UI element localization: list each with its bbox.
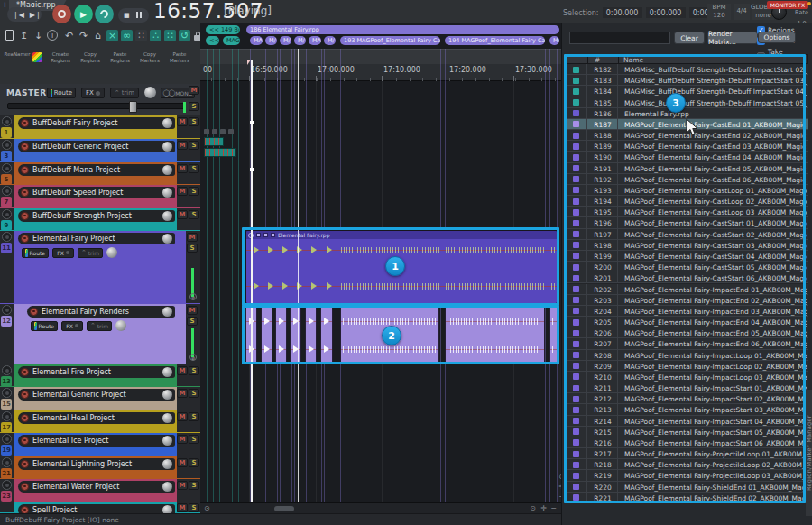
hscroll-circle-icon[interactable]: ⊙ xyxy=(204,504,210,512)
region-pill[interactable]: MAG xyxy=(223,36,240,45)
track-trim-button[interactable]: ⌃trim xyxy=(78,248,103,258)
record-arm-button[interactable] xyxy=(2,457,12,467)
track-name-bar[interactable]: Spell Project xyxy=(18,504,175,514)
hscroll-handle[interactable] xyxy=(274,506,294,511)
track-name-bar[interactable]: Elemental Lightning Project xyxy=(18,458,175,470)
track-name-bar[interactable]: Elemental Heal Project xyxy=(18,412,175,424)
track-solo-button[interactable]: S xyxy=(189,481,199,490)
region-pill[interactable]: MA xyxy=(250,36,263,45)
media-item-small[interactable] xyxy=(204,137,224,146)
record-arm-button[interactable] xyxy=(2,411,12,421)
toolbar-label-reanamer[interactable]: ReaNamer xyxy=(4,51,31,58)
record-button[interactable] xyxy=(52,5,71,23)
region-pill[interactable]: MAG xyxy=(549,36,559,45)
track-mute-button[interactable]: M xyxy=(177,481,188,490)
import-icon[interactable]: ↥ xyxy=(18,30,30,41)
track-mute-button[interactable]: M xyxy=(177,187,188,196)
play-button[interactable]: ▶ xyxy=(74,5,93,23)
track-trim-button[interactable]: ⌃trim xyxy=(87,321,112,331)
track-solo-button[interactable]: S xyxy=(189,458,199,467)
time-signature-box[interactable]: 4/4 xyxy=(734,4,750,20)
info-icon[interactable]: i xyxy=(47,30,58,41)
track-volume-knob[interactable] xyxy=(162,118,172,128)
marker-tool-icon[interactable]: ⌂ xyxy=(92,30,104,41)
clear-filter-button[interactable]: Clear xyxy=(674,32,705,44)
track-row-3[interactable]: 3BuffDebuff Generic ProjectMS xyxy=(0,139,200,162)
record-arm-button[interactable] xyxy=(2,434,12,444)
horizontal-scrollbar[interactable]: ⊙ ⊙ ✛ ─ xyxy=(200,502,567,513)
track-mute-button[interactable]: M xyxy=(177,164,188,173)
hzoom-in-icon[interactable]: ✛ xyxy=(540,504,547,512)
selection-end-field[interactable]: 0:00.000 xyxy=(646,7,686,18)
region-pill[interactable]: 186 Elemental Fairy.rpp xyxy=(246,25,559,34)
track-mute-button[interactable]: M xyxy=(177,389,188,398)
track-solo-button[interactable]: S xyxy=(187,244,198,253)
track-volume-knob[interactable] xyxy=(162,390,172,400)
track-row-9[interactable]: 9BuffDebuff Strength ProjectMS xyxy=(0,208,200,231)
track-volume-knob[interactable] xyxy=(162,188,172,198)
track-name-bar[interactable]: Elemental Water Project xyxy=(18,481,175,493)
track-volume-knob[interactable] xyxy=(162,436,172,446)
region-pill[interactable]: 193 MAGPoof_Elemental Fairy-CastLoop xyxy=(340,36,440,45)
export-icon[interactable]: ↧ xyxy=(32,30,44,41)
track-name-bar[interactable]: BuffDebuff Speed Project xyxy=(18,187,175,198)
grid-settings-icon[interactable]: ∷ xyxy=(135,30,147,41)
master-trim-button[interactable]: ⌃trim xyxy=(110,88,139,98)
region-pill[interactable]: MA xyxy=(309,36,321,45)
track-mute-button[interactable]: M xyxy=(177,412,188,421)
repeat-button[interactable] xyxy=(95,5,114,23)
track-volume-knob[interactable] xyxy=(162,482,172,492)
track-route-button[interactable]: Route xyxy=(22,248,49,258)
bpm-box[interactable]: BPM 120 xyxy=(707,4,731,20)
track-mute-button[interactable]: M xyxy=(187,306,198,315)
track-row-13[interactable]: 13Elemental Fire ProjectMS xyxy=(0,364,200,387)
track-pan-knob[interactable] xyxy=(106,247,117,258)
track-solo-button[interactable]: S xyxy=(189,412,199,421)
track-name-bar[interactable]: BuffDebuff Mana Project xyxy=(18,164,175,176)
track-mute-button[interactable]: M xyxy=(177,141,188,150)
record-arm-button[interactable] xyxy=(2,232,12,242)
record-arm-button[interactable] xyxy=(2,186,12,196)
stop-button[interactable]: ■ xyxy=(124,12,130,19)
track-name-bar[interactable]: Elemental Fairy Renders xyxy=(27,306,175,318)
marker-grid-icon[interactable]: ∷ xyxy=(164,30,176,41)
record-arm-button[interactable] xyxy=(2,388,12,398)
region-pill[interactable]: M/ xyxy=(294,36,306,45)
track-solo-button[interactable]: S xyxy=(189,366,199,375)
track-solo-button[interactable]: S xyxy=(189,435,199,444)
track-row-5[interactable]: 5BuffDebuff Mana ProjectMS xyxy=(0,162,200,185)
track-mute-button[interactable]: M xyxy=(177,503,188,512)
redo-icon[interactable]: ↷ xyxy=(78,30,89,41)
track-solo-button[interactable]: S xyxy=(189,117,199,126)
theme-color-icon[interactable] xyxy=(32,52,42,62)
go-to-start-button[interactable]: ❘◀ xyxy=(13,11,24,19)
record-arm-button[interactable] xyxy=(2,116,12,126)
master-fx-button[interactable]: FX xyxy=(81,88,105,98)
track-volume-knob[interactable] xyxy=(162,413,172,423)
track-mute-button[interactable]: M xyxy=(177,210,188,219)
track-name-bar[interactable]: Elemental Fairy Project xyxy=(18,233,175,244)
track-volume-knob[interactable] xyxy=(162,367,172,377)
track-fx-button[interactable]: FX xyxy=(61,321,83,331)
track-mute-button[interactable]: M xyxy=(177,435,188,444)
master-volume-slider[interactable] xyxy=(7,103,186,109)
track-volume-knob[interactable] xyxy=(162,307,172,317)
track-solo-button[interactable]: S xyxy=(189,164,199,173)
track-name-bar[interactable]: Elemental Fire Project xyxy=(18,366,175,378)
track-row-19[interactable]: 19Elemental Ice ProjectMS xyxy=(0,433,200,456)
track-row-17[interactable]: 17Elemental Heal ProjectMS xyxy=(0,410,200,433)
pause-button[interactable] xyxy=(135,12,143,20)
track-solo-button[interactable]: S xyxy=(189,503,199,512)
hzoom-circle-icon[interactable]: ⊙ xyxy=(530,504,536,512)
region-pill[interactable]: << 149 Buf xyxy=(206,25,240,34)
master-mute-button[interactable]: M xyxy=(189,86,199,95)
track-name-bar[interactable]: BuffDebuff Generic Project xyxy=(18,141,175,152)
track-volume-knob[interactable] xyxy=(162,211,172,221)
track-mute-button[interactable]: M xyxy=(187,233,198,242)
region-filter-input[interactable] xyxy=(569,32,670,44)
go-to-end-button[interactable]: ▶❘ xyxy=(30,11,42,19)
region-pill[interactable]: 194 MAGPoof_Elemental Fairy-CastLoop xyxy=(445,36,545,45)
master-route-button[interactable]: Route xyxy=(47,88,76,98)
track-row-21[interactable]: 21Elemental Lightning ProjectMS xyxy=(0,456,200,479)
track-row-25[interactable]: Spell ProjectMS xyxy=(0,502,200,513)
